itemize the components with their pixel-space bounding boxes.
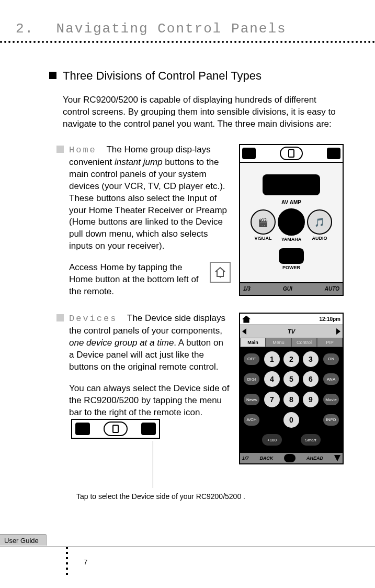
callout-line	[153, 441, 153, 488]
power-button	[279, 248, 304, 264]
home-access-text: Access Home by tapping the Home button a…	[69, 262, 203, 298]
ahead-label: AHEAD	[306, 456, 323, 461]
header-rule	[0, 41, 375, 43]
chapter-title: Navigating Control Panels	[56, 21, 287, 37]
audio-button: 🎵	[307, 209, 332, 235]
svg-point-0	[220, 277, 221, 278]
home-block: Home The Home group disp-lays convenient…	[63, 144, 344, 298]
center-icon	[284, 454, 296, 462]
next-arrow-icon	[336, 328, 340, 335]
visual-button: 🎬	[251, 209, 276, 235]
home-label: Home	[69, 145, 97, 155]
remote-icon	[104, 421, 128, 436]
callout-text: Tap to select the Device side of your RC…	[76, 491, 245, 502]
home-icon	[210, 262, 231, 283]
list-icon	[75, 423, 90, 435]
footer-line	[0, 547, 375, 547]
devices-paragraph: Devices The Device side displays the con…	[69, 313, 231, 373]
remote-icon	[280, 147, 303, 160]
home-icon	[242, 316, 251, 323]
menubar-graphic	[71, 419, 160, 439]
tab-row: Main Menu Control PIP	[240, 338, 343, 347]
auto-label: AUTO	[325, 286, 339, 292]
home-paragraph: Home The Home group disp-lays convenient…	[69, 144, 231, 252]
tab-main: Main	[240, 338, 266, 347]
yamaha-button	[278, 208, 305, 236]
devices-screenshot: 12:10pm TV Main Menu Control PIP OFF 1 2	[239, 313, 344, 464]
intro-paragraph: Your RC9200/5200 is capable of displayin…	[63, 94, 344, 130]
footer-tab: User Guide	[0, 534, 47, 546]
avamp-graphic	[263, 174, 320, 195]
devices-paragraph-2: You can always select the Device side of…	[69, 383, 231, 439]
page-indicator: 1/7	[242, 456, 249, 461]
chapter-header: 2. Navigating Control Panels	[16, 21, 359, 37]
time-label: 12:10pm	[319, 316, 340, 322]
tab-control: Control	[291, 338, 317, 347]
devices-block: Devices The Device side displays the con…	[63, 313, 344, 464]
devices-label: Devices	[69, 314, 117, 324]
device-name: TV	[288, 328, 295, 335]
section-title: Three Divisions of Control Panel Types	[63, 69, 344, 83]
menu-icon	[141, 423, 156, 435]
footer-dots	[66, 547, 68, 578]
page-indicator: 1/3	[243, 286, 251, 292]
home-screenshot: AV AMP 🎬VISUAL YAMAHA 🎵AUDIO POWER 1/3 G…	[239, 144, 344, 296]
chapter-number: 2.	[16, 21, 47, 37]
home-access-row: Access Home by tapping the Home button a…	[69, 262, 231, 298]
gui-label: GUI	[283, 286, 292, 292]
tab-menu: Menu	[266, 338, 291, 347]
list-icon	[242, 148, 256, 159]
back-label: BACK	[259, 456, 273, 461]
avamp-label: AV AMP	[281, 199, 301, 205]
prev-arrow-icon	[242, 328, 246, 335]
tab-pip: PIP	[317, 338, 343, 347]
down-arrow-icon	[334, 455, 340, 461]
menu-icon	[327, 148, 340, 159]
page-number: 7	[84, 558, 87, 566]
